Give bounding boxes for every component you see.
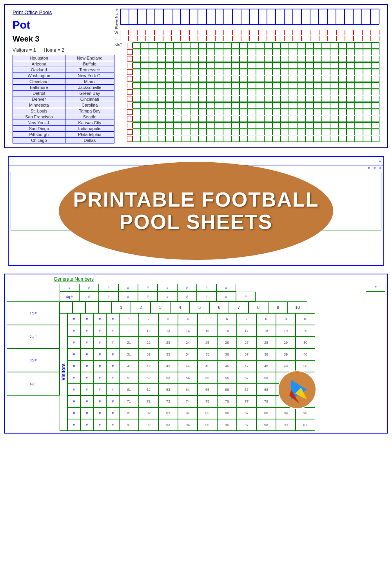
game-cell[interactable] [330,82,338,89]
game-cell[interactable] [363,116,371,122]
game-cell[interactable] [363,96,371,102]
game-cell[interactable] [347,129,355,135]
square-cell[interactable]: 29 [276,337,296,348]
w-cell[interactable] [267,30,276,35]
game-cell[interactable] [157,129,165,135]
game-cell[interactable] [264,96,272,102]
game-cell[interactable] [182,49,190,55]
game-cell[interactable] [256,56,264,62]
game-cell[interactable] [264,102,272,109]
game-cell[interactable] [207,96,215,102]
game-cell[interactable] [314,109,322,115]
game-cell[interactable] [363,76,371,82]
game-cell[interactable] [182,42,190,49]
game-cell[interactable] [240,42,248,49]
game-cell[interactable] [305,109,314,115]
game-cell[interactable] [198,122,207,129]
game-cell[interactable] [355,76,363,82]
game-cell[interactable] [322,116,330,122]
w-cell[interactable] [276,30,284,35]
game-cell[interactable] [314,89,322,95]
square-cell[interactable]: 62 [139,384,158,396]
game-cell[interactable] [132,109,141,115]
game-cell[interactable] [174,82,182,89]
game-cell[interactable] [215,136,223,142]
game-cell[interactable] [141,96,149,102]
square-cell[interactable]: 7 [237,313,256,325]
game-cell[interactable] [231,76,240,82]
game-cell[interactable] [355,129,363,135]
game-cell[interactable] [149,62,157,69]
game-cell[interactable] [157,102,165,109]
game-cell[interactable] [182,69,190,75]
l-cell[interactable] [293,36,301,41]
game-cell[interactable] [322,136,330,142]
square-cell[interactable]: 34 [178,348,198,360]
game-cell[interactable] [355,89,363,95]
square-cell[interactable]: 51 [119,372,139,384]
game-cell[interactable] [182,89,190,95]
square-cell[interactable]: 48 [256,360,276,372]
square-cell[interactable]: 71 [119,396,139,407]
game-cell[interactable] [223,102,231,109]
game-cell[interactable] [240,76,248,82]
game-cell[interactable] [272,49,281,55]
game-cell[interactable] [198,62,207,69]
game-cell[interactable] [330,122,338,129]
game-cell[interactable] [371,102,379,109]
game-cell[interactable] [207,122,215,129]
w-cell[interactable] [154,30,163,35]
game-cell[interactable] [347,82,355,89]
l-cell[interactable] [180,36,189,41]
game-cell[interactable] [149,49,157,55]
game-cell[interactable] [165,82,174,89]
game-cell[interactable] [272,69,281,75]
square-cell[interactable]: 98 [256,419,276,431]
game-cell[interactable] [207,69,215,75]
game-cell[interactable] [338,56,347,62]
square-cell[interactable]: 64 [178,384,198,396]
game-cell[interactable] [198,129,207,135]
game-cell[interactable] [165,62,174,69]
square-cell[interactable]: 8 [256,313,276,325]
game-cell[interactable] [165,76,174,82]
game-cell[interactable] [223,42,231,49]
game-cell[interactable] [264,89,272,95]
player-name-cell[interactable] [198,9,207,25]
square-cell[interactable]: 85 [198,407,217,419]
w-cell[interactable] [301,30,310,35]
game-cell[interactable] [363,82,371,89]
game-cell[interactable] [272,76,281,82]
game-cell[interactable] [207,129,215,135]
game-cell[interactable] [281,109,289,115]
game-cell[interactable] [314,129,322,135]
game-cell[interactable] [190,89,198,95]
game-cell[interactable] [297,109,305,115]
game-cell[interactable] [289,102,297,109]
game-cell[interactable] [347,69,355,75]
w-cell[interactable] [258,30,267,35]
game-cell[interactable] [363,62,371,69]
game-cell[interactable] [355,122,363,129]
game-cell[interactable] [231,42,240,49]
game-cell[interactable] [305,96,314,102]
square-cell[interactable]: 47 [237,360,256,372]
game-cell[interactable] [223,122,231,129]
square-cell[interactable]: 22 [139,337,158,348]
square-cell[interactable]: 74 [178,396,198,407]
game-cell[interactable] [174,122,182,129]
game-cell[interactable] [215,62,223,69]
game-cell[interactable] [256,69,264,75]
w-cell[interactable] [215,30,224,35]
game-cell[interactable] [215,56,223,62]
game-cell[interactable] [371,96,379,102]
player-name-cell[interactable] [155,9,163,25]
game-cell[interactable] [190,82,198,89]
square-cell[interactable]: 6 [217,313,237,325]
game-cell[interactable] [371,49,379,55]
game-cell[interactable] [330,129,338,135]
game-cell[interactable] [157,82,165,89]
game-cell[interactable] [141,69,149,75]
game-cell[interactable] [174,69,182,75]
l-cell[interactable] [207,36,215,41]
